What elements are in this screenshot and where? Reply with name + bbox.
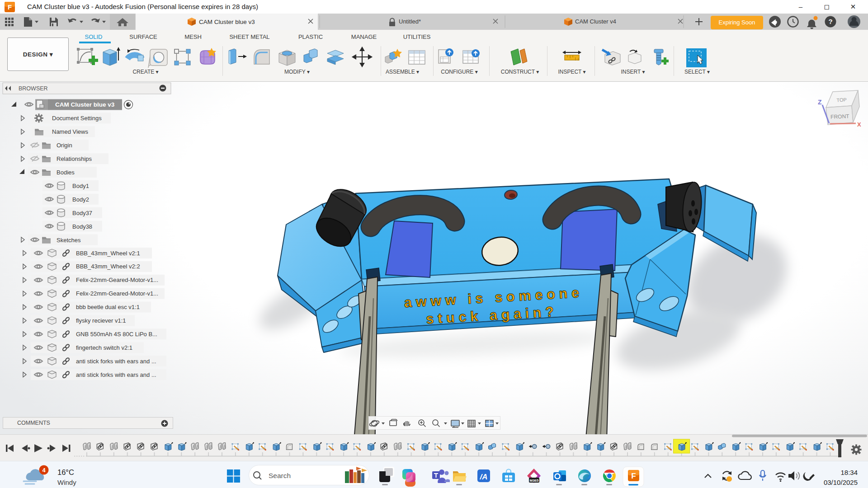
svg-text:/A: /A [480,473,488,481]
svg-text:Windy: Windy [57,479,76,486]
svg-text:Body38: Body38 [72,223,92,230]
svg-text:GNB 550mAh 4S 80C LiPo B...: GNB 550mAh 4S 80C LiPo B... [76,331,157,338]
svg-text:anti stick forks with ears and: anti stick forks with ears and ... [76,371,156,378]
svg-text:Document Settings: Document Settings [52,115,102,122]
svg-text:CAM Cluster blue v3: CAM Cluster blue v3 [199,19,255,25]
svg-text:Named Views: Named Views [52,128,88,135]
svg-text:fingertech switch v2:1: fingertech switch v2:1 [76,344,132,351]
svg-text:F: F [8,3,12,11]
svg-text:Untitled*: Untitled* [399,18,421,25]
svg-text:BROWSER: BROWSER [19,85,48,92]
svg-text:4: 4 [42,467,46,474]
svg-text:Relationships: Relationships [57,155,92,162]
svg-text:?: ? [828,18,832,25]
svg-text:Search: Search [269,472,291,479]
svg-text:Bodies: Bodies [57,169,75,176]
svg-text:TOP: TOP [836,97,847,103]
svg-text:flysky reciever v1:1: flysky reciever v1:1 [76,317,126,324]
svg-text:Felix-22mm-Geared-Motor-v1...: Felix-22mm-Geared-Motor-v1... [76,290,158,297]
svg-text:BBB_43mm_Wheel v2:1: BBB_43mm_Wheel v2:1 [76,250,140,257]
svg-text:Body2: Body2 [72,196,89,203]
svg-text:CAM Cluster blue v3: CAM Cluster blue v3 [55,101,115,108]
svg-text:FRONT: FRONT [830,113,849,120]
svg-text:M365: M365 [529,479,539,483]
svg-text:X: X [857,121,861,128]
svg-text:Body1: Body1 [72,183,89,189]
svg-text:CAM Cluster v4: CAM Cluster v4 [575,18,616,25]
svg-text:Body37: Body37 [72,210,92,216]
svg-text:Origin: Origin [57,142,72,149]
svg-text:03/10/2025: 03/10/2025 [824,479,858,486]
svg-text:16°C: 16°C [57,468,74,476]
svg-text:anti stick forks with ears and: anti stick forks with ears and ... [76,358,156,365]
svg-text:Felix-22mm-Geared-Motor-v1...: Felix-22mm-Geared-Motor-v1... [76,277,158,283]
svg-text:BBB_43mm_Wheel v2:2: BBB_43mm_Wheel v2:2 [76,263,140,270]
svg-text:bbb beetle dual esc v1:1: bbb beetle dual esc v1:1 [76,304,140,310]
svg-text:F: F [631,472,636,480]
svg-text:Z: Z [818,99,822,106]
svg-text:Sketches: Sketches [57,237,81,244]
svg-text:18:34: 18:34 [840,469,858,476]
